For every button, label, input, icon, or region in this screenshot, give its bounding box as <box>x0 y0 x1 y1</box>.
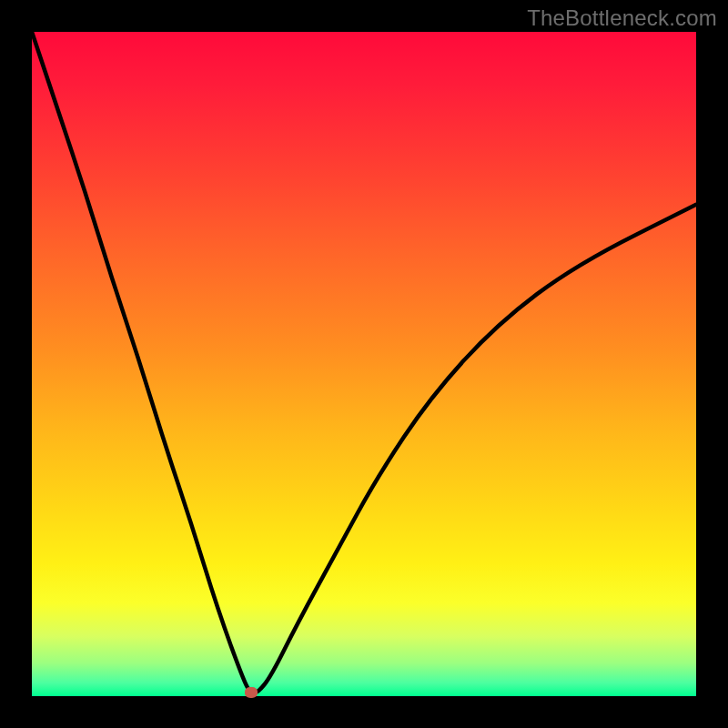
watermark-text: TheBottleneck.com <box>527 5 717 31</box>
bottleneck-curve <box>32 32 696 696</box>
plot-area <box>32 32 696 696</box>
chart-frame: TheBottleneck.com <box>0 0 728 728</box>
data-marker <box>245 687 258 698</box>
